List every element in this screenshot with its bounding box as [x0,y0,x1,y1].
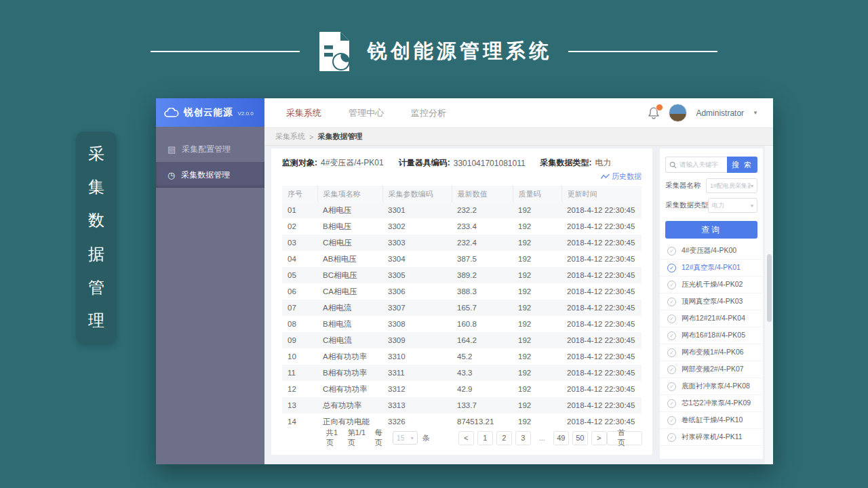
page-number-button[interactable]: 3 [515,431,531,445]
data-type-value: 电力 [595,157,612,169]
table-cell: 192 [513,365,561,381]
nav-tab[interactable]: 管理中心 [349,107,384,119]
table-row[interactable]: 11 B相有功功率 3311 43.3 192 2018-4-12 22:30:… [282,365,642,381]
device-list-item[interactable]: ✓ 12#真空泵/4-PK01 [660,260,763,277]
device-name: 网布12#21#/4-PK04 [682,314,745,323]
device-list-item[interactable]: ✓ 芯1芯2冲浆泵/4-PK09 [660,395,763,412]
table-cell: 3306 [382,283,452,300]
device-list-item[interactable]: ✓ 底面衬冲浆泵/4-PK08 [660,378,763,395]
table-row[interactable]: 03 C相电压 3303 232.4 192 2018-4-12 22:30:4… [282,235,642,251]
sidebar-item[interactable]: ▤ 采集配置管理 [156,136,264,162]
data-type: 采集数据类型: 电力 [540,157,612,169]
page-buttons: < 1 2 3 ... 49 5 [458,431,607,445]
table-cell: B相电压 [317,218,382,235]
collection-data-table: 序号 采集项名称 采集参数编码 最新数值 质量码 更新时间 [282,186,642,430]
filter-select[interactable]: 1#配电房采集器 ▾ [706,178,757,193]
table-row[interactable]: 04 AB相电压 3304 387.5 192 2018-4-12 22:30:… [282,251,642,267]
breadcrumb-separator: > [309,133,313,141]
user-name[interactable]: Administrator [696,108,744,118]
page-number-button[interactable]: ... [534,431,550,445]
pagination-stats: 共1页 第1/1页 每页 15 ▾ 条 [326,428,430,448]
query-button[interactable]: 查询 [665,221,757,239]
device-list-item[interactable]: ✓ 压光机干燥/4-PK02 [660,277,763,293]
table-row[interactable]: 01 A相电压 3301 232.2 192 2018-4-12 22:30:4… [282,202,642,218]
table-row[interactable]: 05 BC相电压 3305 389.2 192 2018-4-12 22:30:… [282,267,642,283]
device-list: ✓ 4#变压器/4-PK00 ✓ 12#真空泵/4-PK01 ✓ 压光机干燥/4… [660,243,763,446]
table-row[interactable]: 07 A相电流 3307 165.7 192 2018-4-12 22:30:4… [282,300,642,316]
search-button[interactable]: 搜 索 [727,157,757,173]
next-page-button[interactable]: > [591,431,607,445]
filter-select[interactable]: 电力 ▾ [708,198,757,213]
nav-tab[interactable]: 监控分析 [411,107,446,119]
notification-bell-icon[interactable] [648,106,660,120]
table-cell: 389.2 [452,267,513,283]
side-tag-char: 数 [88,209,104,231]
table-row[interactable]: 12 C相有功功率 3312 42.9 192 2018-4-12 22:30:… [282,381,642,397]
table-cell: 2018-4-12 22:30:45 [561,365,642,381]
device-list-item[interactable]: ✓ 衬浆碎浆机/4-PK11 [660,429,763,446]
column-header[interactable]: 更新时间 [561,186,642,202]
device-list-item[interactable]: ✓ 卷纸缸干燥/4-PK10 [660,412,763,429]
chevron-down-icon[interactable]: ▼ [753,110,758,116]
table-row[interactable]: 10 A相有功功率 3310 45.2 192 2018-4-12 22:30:… [282,348,642,365]
table-row[interactable]: 09 C相电流 3309 164.2 192 2018-4-12 22:30:4… [282,332,642,348]
column-header[interactable]: 质量码 [513,186,561,202]
table-cell: 387.5 [452,251,513,267]
device-name: 衬浆碎浆机/4-PK11 [682,432,743,442]
device-list-item[interactable]: ✓ 顶网真空泵/4-PK03 [660,293,763,310]
sidebar-menu: ▤ 采集配置管理 ◷ 采集数据管理 [156,127,264,188]
table-cell: 192 [513,251,561,267]
device-list-item[interactable]: ✓ 网布16#18#/4-PK05 [660,327,763,344]
table-cell: 3309 [382,332,452,348]
table-header-row: 序号 采集项名称 采集参数编码 最新数值 质量码 更新时间 [282,186,642,202]
device-list-item[interactable]: ✓ 网布12#21#/4-PK04 [660,310,763,327]
filter-rows: 采集器名称 1#配电房采集器 ▾ 采集数据类型 电力 ▾ [660,178,763,213]
scrollbar-thumb[interactable] [767,254,772,322]
breadcrumb-parent[interactable]: 采集系统 [275,131,305,142]
filter-row: 采集器名称 1#配电房采集器 ▾ [665,178,757,193]
table-row[interactable]: 02 B相电压 3302 233.4 192 2018-4-12 22:30:4… [282,218,642,235]
device-list-item[interactable]: ✓ 网部变频2#/4-PK07 [660,361,763,378]
column-header[interactable]: 序号 [282,186,317,202]
current-page-text: 第1/1页 [348,428,370,448]
table-cell: 192 [513,348,561,365]
table-cell: 232.2 [452,202,513,218]
table-cell: 2018-4-12 22:30:45 [561,397,642,413]
per-page-select[interactable]: 15 ▾ [393,431,418,445]
prev-page-button[interactable]: < [458,431,474,445]
first-page-button[interactable]: 首页 [607,431,642,445]
table-cell: 2018-4-12 22:30:45 [561,316,642,332]
table-cell: 233.4 [452,218,513,235]
nav-tab[interactable]: 采集系统 [286,107,321,119]
device-list-item[interactable]: ✓ 网布变频1#/4-PK06 [660,344,763,361]
scrollbar-track[interactable] [765,146,773,464]
table-row[interactable]: 08 B相电流 3308 160.8 192 2018-4-12 22:30:4… [282,316,642,332]
sidebar-item[interactable]: ◷ 采集数据管理 [156,162,264,188]
table-cell: C相电压 [317,235,382,251]
table-cell: 133.7 [452,397,513,413]
table-cell: B相电流 [317,316,382,332]
search-input[interactable]: 请输入关键字 [665,157,727,173]
avatar[interactable] [669,104,687,122]
page-number-button[interactable]: 50 [572,431,588,445]
table-cell: 192 [513,332,561,348]
device-list-item[interactable]: ✓ 4#变压器/4-PK00 [660,243,763,260]
history-row: 历史数据 [271,170,652,184]
history-data-link[interactable]: 历史数据 [601,171,642,182]
device-name: 网布16#18#/4-PK05 [682,331,745,340]
page-number-button[interactable]: 1 [477,431,493,445]
monitor-info-bar: 监测对象: 4#变压器/4-PK01 计量器具编码: 3301041701081… [271,148,652,170]
column-header[interactable]: 采集项名称 [317,186,382,202]
page-number-button[interactable]: 49 [553,431,569,445]
table-cell: 07 [282,300,317,316]
page-number-button[interactable]: 2 [496,431,512,445]
table-row[interactable]: 13 总有功功率 3313 133.7 192 2018-4-12 22:30:… [282,397,642,413]
table-cell: 3303 [382,235,452,251]
table-row[interactable]: 06 CA相电压 3306 388.3 192 2018-4-12 22:30:… [282,283,642,300]
table-cell: 192 [513,267,561,283]
app-version: V2.0.0 [238,110,254,117]
column-header[interactable]: 最新数值 [452,186,513,202]
column-header[interactable]: 采集参数编码 [382,186,452,202]
table-cell: 45.2 [452,348,513,365]
per-page-label: 每页 [375,428,388,448]
